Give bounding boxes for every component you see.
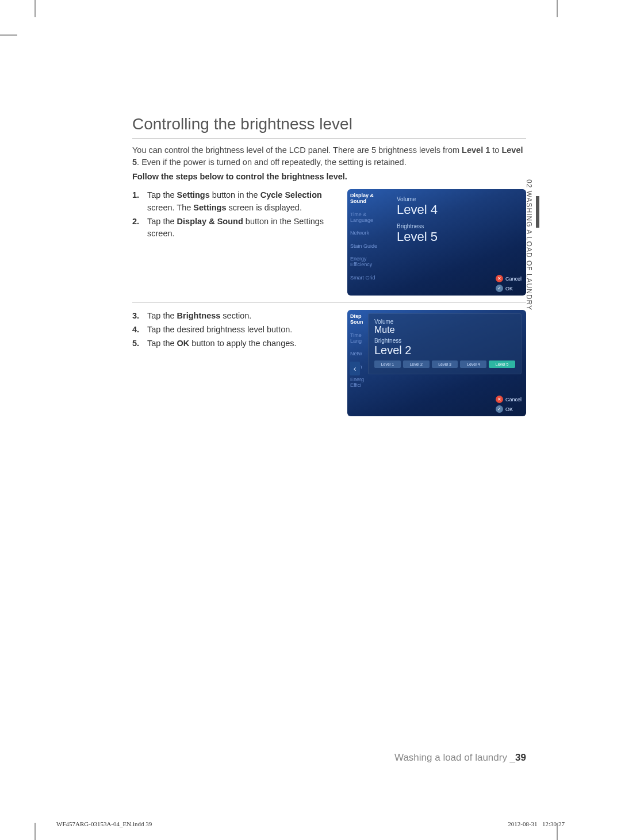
level-button-2[interactable]: Level 2 [403,360,430,368]
back-button[interactable]: ‹ [350,362,360,375]
sidebar-item-network[interactable]: Network [350,230,386,236]
step-number: 5. [132,337,143,350]
ss1-buttons: ✕ Cancel ✓ OK [496,275,522,292]
sidebar-item-time-language[interactable]: Time Lang [350,332,365,344]
steps-list-a: 1. Tap the Settings button in the Cycle … [132,189,339,296]
brightness-value: Level 2 [374,344,515,357]
sidebar-item-display-sound[interactable]: Disp Soun [350,313,365,325]
step-text: Tap the Display & Sound button in the Se… [147,216,339,241]
brightness-value[interactable]: Level 5 [397,229,518,244]
cancel-label: Cancel [505,397,522,402]
text: You can control the brightness level of … [132,145,462,155]
sidebar-item-stain-guide[interactable]: Stain Guide [350,243,386,249]
export-time: 12:30:27 [542,820,565,827]
chapter-side-tab: 02 WASHING A LOAD OF LAUNDRY [520,176,538,366]
close-icon: ✕ [496,396,503,403]
intro-paragraph: You can control the brightness level of … [132,144,526,168]
step-number: 2. [132,216,143,241]
step-item: 1. Tap the Settings button in the Cycle … [132,189,339,214]
step-text: Tap the Settings button in the Cycle Sel… [147,189,339,214]
volume-value[interactable]: Level 4 [397,202,518,217]
ok-button[interactable]: ✓ OK [496,405,522,413]
ss2-panel: Volume Mute Brightness Level 2 Level 1 L… [368,313,522,374]
chapter-label: 02 WASHING A LOAD OF LAUNDRY [523,176,535,314]
step-number: 3. [132,310,143,323]
chevron-left-icon: ‹ [354,364,356,373]
sidebar-item-time-language[interactable]: Time & Language [350,212,386,224]
lcd-screenshot-2: Disp Soun Time Lang Netw Stain Energ Eff… [347,310,526,416]
step-item: 2. Tap the Display & Sound button in the… [132,216,339,241]
crop-mark [557,0,558,17]
brightness-label: Brightness [374,337,515,344]
crop-mark [34,823,36,840]
brightness-level-row: Level 1 Level 2 Level 3 Level 4 Level 5 [374,360,515,368]
volume-label: Volume [397,196,518,202]
check-icon: ✓ [496,405,503,413]
cancel-button[interactable]: ✕ Cancel [496,396,522,403]
step-number: 4. [132,324,143,336]
ok-button[interactable]: ✓ OK [496,285,522,292]
brightness-label: Brightness [397,223,518,229]
lcd-screenshot-1: Display & Sound Time & Language Network … [347,189,526,296]
ss1-sidebar: Display & Sound Time & Language Network … [347,189,389,296]
sidebar-item-smart-grid[interactable]: Smart Grid [350,275,386,281]
sidebar-item-network[interactable]: Netw [350,351,365,356]
cancel-button[interactable]: ✕ Cancel [496,275,522,282]
section-heading: Controlling the brightness level [132,115,526,139]
sidebar-item-display-sound[interactable]: Display & Sound [350,193,386,205]
level-button-1[interactable]: Level 1 [374,360,401,368]
indesign-slug: WF457ARG-03153A-04_EN.indd 39 [56,820,152,827]
step-item: 4. Tap the desired brightness level butt… [132,324,339,336]
level-button-3[interactable]: Level 3 [432,360,458,368]
ok-label: OK [505,406,513,412]
page-content: Controlling the brightness level You can… [132,115,526,430]
step-item: 3. Tap the Brightness section. [132,310,339,323]
step-text: Tap the OK button to apply the changes. [147,337,297,350]
crop-mark [557,823,558,840]
sidebar-item-energy[interactable]: Energ Effici [350,377,365,389]
volume-label: Volume [374,319,515,325]
volume-value[interactable]: Mute [374,325,515,335]
footer-section-title: Washing a load of laundry _ [394,752,515,763]
text: to [490,145,501,155]
tab-marker [536,196,539,228]
page-footer: Washing a load of laundry _39 [132,752,526,764]
crop-mark [34,0,36,17]
step-block-1: 1. Tap the Settings button in the Cycle … [132,189,526,303]
ss2-buttons: ✕ Cancel ✓ OK [496,396,522,413]
sidebar-item-energy[interactable]: Energy Efficiency [350,256,386,268]
step-text: Tap the desired brightness level button. [147,324,292,336]
crop-mark [0,34,17,36]
step-item: 5. Tap the OK button to apply the change… [132,337,339,350]
follow-instruction: Follow the steps below to control the br… [132,172,526,181]
level-button-4[interactable]: Level 4 [460,360,486,368]
level-button-5[interactable]: Level 5 [489,360,515,368]
check-icon: ✓ [496,285,503,292]
page-number: 39 [515,752,526,763]
ok-label: OK [505,286,513,291]
steps-list-b: 3. Tap the Brightness section. 4. Tap th… [132,310,339,416]
cancel-label: Cancel [505,276,522,282]
text-bold: Level 1 [462,145,490,155]
text: . Even if the power is turned on and off… [137,158,407,167]
step-block-2: 3. Tap the Brightness section. 4. Tap th… [132,310,526,423]
close-icon: ✕ [496,275,503,282]
export-date: 2012-08-31 [508,820,537,827]
step-text: Tap the Brightness section. [147,310,251,323]
step-number: 1. [132,189,143,214]
